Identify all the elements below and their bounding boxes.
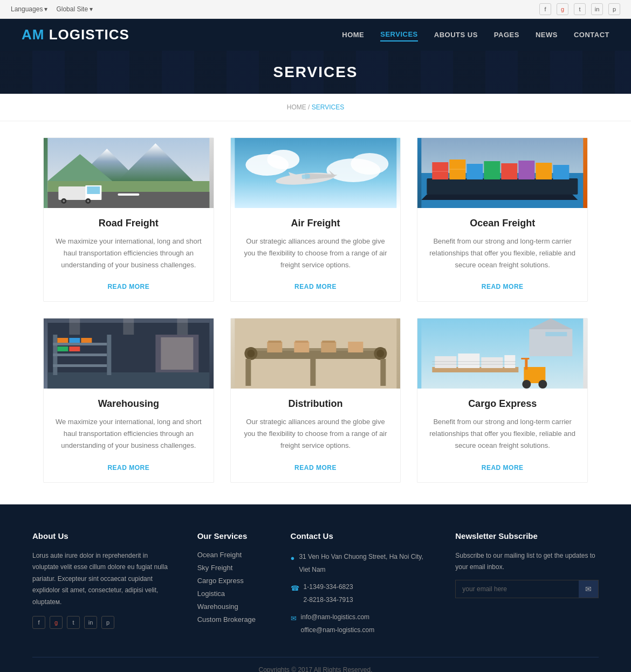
services-section: Road Freight We maximize your internatio… <box>0 121 631 504</box>
svg-rect-70 <box>245 359 251 386</box>
nav-services[interactable]: SERVICES <box>380 28 418 41</box>
pinterest-link[interactable]: p <box>608 3 620 15</box>
service-card-warehouse: Warehousing We maximize your internation… <box>43 318 214 482</box>
breadcrumb-current: SERVICES <box>312 103 344 111</box>
air-freight-read-more[interactable]: READ MORE <box>294 283 337 290</box>
nav-contact[interactable]: CONTACT <box>574 29 609 41</box>
svg-rect-6 <box>118 193 139 196</box>
logo-logistics: LOGISTICS <box>44 26 129 43</box>
nav-pages[interactable]: PAGES <box>494 29 519 41</box>
svg-point-11 <box>63 200 65 202</box>
ocean-freight-desc: Benefit from our strong and long-term ca… <box>428 235 577 271</box>
footer-newsletter-text: Subscribe to our mailing list to get the… <box>455 550 599 573</box>
footer-services-title: Our Services <box>197 531 269 541</box>
footer-about: About Us Lorus aute irure dolor in repre… <box>32 531 176 641</box>
service-card-distribution: Distribution Our strategic alliances aro… <box>230 318 401 482</box>
ocean-freight-title: Ocean Freight <box>426 218 579 229</box>
svg-rect-32 <box>502 163 518 179</box>
svg-rect-58 <box>245 348 386 351</box>
svg-marker-27 <box>422 195 578 200</box>
footer-twitter-link[interactable]: t <box>67 616 80 629</box>
road-freight-desc: We maximize your international, long and… <box>54 235 203 271</box>
svg-rect-78 <box>435 356 457 368</box>
breadcrumb-separator: / <box>308 103 312 111</box>
svg-point-18 <box>351 153 388 175</box>
facebook-link[interactable]: f <box>539 3 551 15</box>
global-site-dropdown[interactable]: Global Site ▾ <box>56 5 93 13</box>
svg-rect-50 <box>69 338 80 343</box>
svg-rect-55 <box>161 337 193 370</box>
warehousing-title: Warehousing <box>52 398 205 410</box>
svg-point-60 <box>247 350 255 357</box>
breadcrumb-home[interactable]: HOME <box>287 103 306 111</box>
svg-rect-80 <box>482 357 503 368</box>
logo[interactable]: AM LOGISTICS <box>22 26 129 43</box>
svg-rect-23 <box>301 174 310 179</box>
service-card-cargo: Cargo Express Benefit from our strong an… <box>417 318 588 482</box>
distribution-image <box>231 318 401 389</box>
location-icon: ● <box>291 551 295 565</box>
footer-contact-details: ● 31 Ven Ho Van Chuong Street, Ha Noi Ci… <box>291 550 434 636</box>
footer-googleplus-link[interactable]: g <box>50 616 63 629</box>
services-grid: Road Freight We maximize your internatio… <box>43 137 588 483</box>
footer-services-links: Ocean Freight Sky Freight Cargo Express … <box>197 550 269 623</box>
footer-link-brokerage[interactable]: Custom Brokerage <box>197 615 269 623</box>
svg-rect-67 <box>321 342 336 352</box>
svg-rect-34 <box>536 163 552 179</box>
warehousing-desc: We maximize your international, long and… <box>54 416 203 452</box>
top-bar: Languages ▾ Global Site ▾ f g t in p <box>0 0 631 19</box>
footer-email: ✉ info@nam-logistics.com office@nam-logi… <box>291 611 434 636</box>
newsletter-submit-button[interactable]: ✉ <box>579 580 598 598</box>
logo-am: AM <box>22 26 44 43</box>
svg-rect-86 <box>522 358 530 359</box>
googleplus-link[interactable]: g <box>557 3 568 15</box>
footer-link-ocean[interactable]: Ocean Freight <box>197 550 269 559</box>
nav-home[interactable]: HOME <box>342 29 364 41</box>
newsletter-form: ✉ <box>455 580 599 598</box>
phone-icon: ☎ <box>291 581 299 595</box>
svg-point-16 <box>267 150 299 169</box>
svg-rect-43 <box>47 372 209 389</box>
nav-news[interactable]: NEWS <box>536 29 558 41</box>
copyright-text: Copyrights © 2017 All Rights Reserved. <box>259 666 373 672</box>
footer-newsletter-title: Newsletter Subscribe <box>455 531 599 541</box>
svg-rect-28 <box>433 162 449 179</box>
svg-rect-79 <box>458 354 480 368</box>
footer-link-cargo[interactable]: Cargo Express <box>197 576 269 585</box>
svg-rect-66 <box>295 341 308 343</box>
ocean-freight-read-more[interactable]: READ MORE <box>482 283 524 290</box>
svg-rect-30 <box>467 164 483 179</box>
svg-rect-69 <box>348 342 363 352</box>
footer-facebook-link[interactable]: f <box>32 616 45 629</box>
footer-grid: About Us Lorus aute irure dolor in repre… <box>32 531 599 641</box>
svg-rect-29 <box>450 160 466 179</box>
footer-linkedin-link[interactable]: in <box>84 616 97 629</box>
road-freight-read-more[interactable]: READ MORE <box>107 283 149 290</box>
languages-dropdown[interactable]: Languages ▾ <box>11 5 47 13</box>
warehousing-read-more[interactable]: READ MORE <box>107 464 149 472</box>
svg-rect-41 <box>123 318 134 335</box>
email-icon: ✉ <box>291 612 297 626</box>
svg-rect-48 <box>107 335 111 375</box>
newsletter-email-input[interactable] <box>456 580 579 598</box>
distribution-read-more[interactable]: READ MORE <box>294 464 337 472</box>
footer-contact-title: Contact Us <box>291 531 434 541</box>
cargo-express-read-more[interactable]: READ MORE <box>482 464 524 472</box>
svg-point-88 <box>539 380 547 389</box>
twitter-link[interactable]: t <box>574 3 586 15</box>
nav-abouts-us[interactable]: ABOUTS US <box>434 29 478 41</box>
air-freight-image <box>231 138 401 208</box>
svg-rect-64 <box>268 341 281 343</box>
linkedin-link[interactable]: in <box>591 3 603 15</box>
footer-link-warehousing[interactable]: Warehousing <box>197 602 269 611</box>
svg-point-62 <box>376 350 384 357</box>
svg-rect-49 <box>57 338 68 343</box>
svg-rect-42 <box>177 318 188 335</box>
service-card-ocean: Ocean Freight Benefit from our strong an… <box>417 137 588 302</box>
service-card-air: Air Freight Our strategic alliances arou… <box>230 137 401 302</box>
svg-rect-53 <box>69 347 80 351</box>
footer-pinterest-link[interactable]: p <box>101 616 114 629</box>
footer-link-logistica[interactable]: Logistica <box>197 589 269 598</box>
svg-point-87 <box>523 380 531 389</box>
footer-link-sky[interactable]: Sky Freight <box>197 563 269 572</box>
